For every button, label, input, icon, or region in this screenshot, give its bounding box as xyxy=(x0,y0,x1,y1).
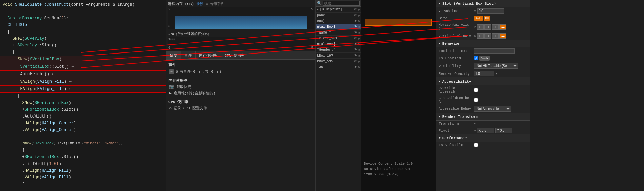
h-align-left-btn[interactable]: ⊢ xyxy=(477,24,484,30)
bind-btn[interactable]: Bind▾ xyxy=(479,56,490,61)
memory-chart: 2 0 2 xyxy=(168,7,314,29)
h-align-fill-btn[interactable]: ▬ xyxy=(499,24,506,30)
heap-analysis-row[interactable]: ▶ 启用堆分析(会影响性能) xyxy=(168,90,314,97)
visibility-row: Visibility Not Hit-Testable (Se Visible … xyxy=(436,62,530,70)
h-align-expand: ⊕ xyxy=(474,25,476,29)
hier-item-351[interactable]: _351 👁 ◎ xyxy=(316,64,361,70)
pivot-y-input[interactable] xyxy=(495,128,512,133)
code-panel: void SHelloSlate::Construct(const FArgum… xyxy=(0,0,166,191)
visibility-icon[interactable]: ◎ xyxy=(358,48,360,52)
visibility-icon[interactable]: ◎ xyxy=(358,65,360,69)
visibility-icon[interactable]: ◎ xyxy=(358,31,360,35)
code-line: void SHelloSlate::Construct(const FArgum… xyxy=(0,1,166,8)
eye-icon[interactable]: 👁 xyxy=(354,65,357,69)
opacity-expand: ▾ xyxy=(496,72,497,76)
tab-summary[interactable]: 摘要 xyxy=(166,51,181,59)
pivot-row: Pivot ⊕ xyxy=(436,127,530,134)
search-input[interactable] xyxy=(323,1,360,6)
is-enabled-controls: Bind▾ xyxy=(474,56,490,61)
play-icon: ▶ xyxy=(169,91,172,96)
code-line: .HAlign(HAlign_Fill) xyxy=(0,167,166,174)
hier-item-hbox-selected[interactable]: ntal Box] 👁 ◎ xyxy=(316,24,361,30)
visibility-icon[interactable]: ◎ xyxy=(358,14,360,17)
can-children-checkbox[interactable] xyxy=(474,98,478,102)
snapshot-label: 截取快照 xyxy=(176,84,191,89)
code-line-highlighted: .HAlign(HAlign_Fill) ← xyxy=(0,85,166,93)
code-line: SNew(STextBlock).Text(LOCTEXT("mingzi", … xyxy=(0,140,166,147)
hierarchy-list: ▸ [Blueprint] 👁 ◎ panel] 👁 ◎ Box] 👁 ◎ nt… xyxy=(316,7,361,191)
pivot-x-input[interactable] xyxy=(477,128,494,133)
h-align-right-btn[interactable]: ⊤ xyxy=(492,24,499,30)
h-align-center-btn[interactable]: ⊣ xyxy=(484,24,491,30)
eye-icon[interactable]: 👁 xyxy=(354,48,357,52)
camera-icon: 📷 xyxy=(169,84,174,89)
circle-icon: ○ xyxy=(169,106,172,111)
is-volatile-checkbox[interactable] xyxy=(474,143,478,147)
code-line: [ xyxy=(0,28,166,35)
eye-icon[interactable]: 👁 xyxy=(354,59,357,63)
code-line xyxy=(0,8,166,15)
visibility-icon[interactable]: ◎ xyxy=(358,42,360,46)
hier-item-kbox197[interactable]: kBox_197 👁 ◎ xyxy=(316,53,361,59)
hier-item-name[interactable]: "Name:" 👁 ◎ xyxy=(316,30,361,36)
hier-item-box[interactable]: Box] 👁 ◎ xyxy=(316,18,361,24)
padding-label: ▸ Padding xyxy=(439,9,472,13)
visibility-icon[interactable]: ◎ xyxy=(358,60,360,63)
dedicated-str: ● 专用字节 xyxy=(206,2,224,6)
eye-icon[interactable]: 👁 xyxy=(354,42,357,46)
render-opacity-input[interactable] xyxy=(474,71,494,76)
hier-item-panel[interactable]: panel] 👁 ◎ xyxy=(316,13,361,18)
v-align-top-btn[interactable]: ⊢ xyxy=(477,33,484,39)
hier-item-hbox2[interactable]: ntal Box] 👁 ◎ xyxy=(316,41,361,47)
size-fill-btn[interactable]: Fill xyxy=(484,16,490,21)
padding-input[interactable] xyxy=(477,8,504,14)
hier-item-edittext201[interactable]: leText_201 👁 ◎ xyxy=(316,36,361,41)
eye-icon[interactable]: 👁 xyxy=(354,54,357,58)
eye-icon[interactable]: 👁 xyxy=(354,7,357,12)
tab-events[interactable]: 事件 xyxy=(181,51,196,59)
v-align-bottom-btn[interactable]: ⊥ xyxy=(492,33,499,39)
memory-title: 进程内存 (GB) xyxy=(168,1,194,6)
eye-icon[interactable]: 👁 xyxy=(354,13,357,17)
arrow-icon: ▾ xyxy=(439,41,441,46)
mem-section-title: 内存使用率 xyxy=(168,77,314,84)
v-align-fill-btn[interactable]: ▬ xyxy=(499,33,506,39)
viewport-panel: Device Content Scale 1.0 No Device Safe … xyxy=(361,0,436,191)
size-auto-btn[interactable]: Auto xyxy=(474,16,483,21)
padding-expand-icon[interactable]: ⊕ xyxy=(474,9,476,13)
visibility-icon[interactable]: ◎ xyxy=(358,25,360,29)
triangle-icon: ▸ xyxy=(439,10,440,13)
record-cpu-row[interactable]: ○ 记录 CPU 配置文件 xyxy=(168,105,314,111)
is-enabled-checkbox[interactable] xyxy=(474,56,478,60)
hier-item-label: "Gender:" xyxy=(317,48,335,52)
eye-icon[interactable]: 👁 xyxy=(354,30,357,35)
tab-cpu[interactable]: CPU 使用率 xyxy=(221,51,248,59)
code-line: .VAlign(VAlign_Fill) xyxy=(0,174,166,181)
code-line-highlighted: SNew(SVerticalBox) xyxy=(0,56,166,63)
v-align-center-btn[interactable]: ⊣ xyxy=(484,33,491,39)
visibility-icon[interactable]: ◎ xyxy=(358,8,360,12)
slot-section-header: ▾ Slot (Vertical Box Slot) xyxy=(436,0,530,7)
tooltip-input[interactable] xyxy=(474,48,515,54)
override-label: Override Accessib xyxy=(439,86,472,94)
visibility-dropdown[interactable]: Not Hit-Testable (Se Visible Hidden Coll… xyxy=(474,63,518,69)
hier-item-gender[interactable]: "Gender:" 👁 ◎ xyxy=(316,47,361,53)
accessible-behav-dropdown[interactable]: Not Accessible Auto xyxy=(474,106,511,112)
eye-icon[interactable]: 👁 xyxy=(354,25,357,29)
visibility-icon[interactable]: ◎ xyxy=(358,54,360,58)
record-cpu-label: 记录 CPU 配置文件 xyxy=(174,106,207,111)
override-checkbox[interactable] xyxy=(474,88,478,92)
visibility-icon[interactable]: ◎ xyxy=(358,37,360,40)
pivot-expand: ⊕ xyxy=(474,129,476,132)
v-align-buttons: ⊢ ⊣ ⊥ ▬ xyxy=(477,33,506,39)
visibility-icon[interactable]: ◎ xyxy=(358,19,360,23)
tab-memory[interactable]: 内存使用率 xyxy=(196,51,221,59)
snapshot-row[interactable]: 📷 截取快照 xyxy=(168,84,314,90)
code-line: [ xyxy=(0,49,166,56)
eye-icon[interactable]: 👁 xyxy=(354,36,357,40)
quick-snap-btn[interactable]: 快照 xyxy=(197,2,203,6)
hier-item-kbox532[interactable]: kBox_532 👁 ◎ xyxy=(316,59,361,64)
hier-item-blueprint[interactable]: ▸ [Blueprint] 👁 ◎ xyxy=(316,7,361,13)
eye-icon[interactable]: 👁 xyxy=(354,19,357,23)
code-line: [ xyxy=(0,181,166,188)
